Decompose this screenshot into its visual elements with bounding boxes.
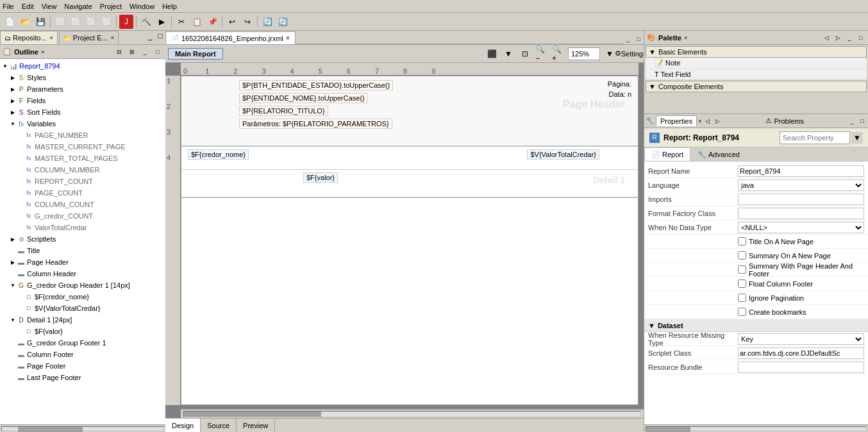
- tree-arrow-variables[interactable]: ▼: [9, 120, 17, 128]
- prop-check-summary-with-header[interactable]: [738, 265, 746, 274]
- tree-item-title[interactable]: ▶ ▬ Title: [0, 245, 165, 256]
- props-minimize[interactable]: _: [847, 117, 856, 126]
- field-relatorio-titulo[interactable]: $P{RELATORIO_TITULO}: [239, 106, 328, 116]
- field-relatorio-parametros[interactable]: Parâmetros: $P{RELATORIO_PARAMETROS}: [239, 119, 392, 129]
- field-pagina[interactable]: Página:: [608, 80, 631, 88]
- tree-item-sortfields[interactable]: ▶ S Sort Fields: [0, 106, 165, 118]
- tree-arrow-group-header[interactable]: ▼: [9, 281, 17, 289]
- prop-check-title-new-page[interactable]: [738, 237, 746, 245]
- zoom-level[interactable]: 125%: [568, 47, 600, 60]
- toolbar-btn-1[interactable]: ⬜: [53, 15, 67, 29]
- tree-arrow-report[interactable]: ▼: [1, 62, 9, 70]
- tree-item-detail[interactable]: ▼ D Detail 1 [24px]: [0, 314, 165, 326]
- minimize-repo[interactable]: _: [145, 31, 155, 41]
- outline-expand-all[interactable]: ⊞: [127, 47, 137, 57]
- tree-item-scriptlets[interactable]: ▶ ⚙ Scriptlets: [0, 233, 165, 245]
- tree-item-valor-total[interactable]: ▶ fx ValorTotalCredar: [0, 222, 165, 233]
- prop-value-title-new-page[interactable]: Title On A New Page: [738, 237, 864, 245]
- tree-item-fields[interactable]: ▶ F Fields: [0, 95, 165, 106]
- zoom-out[interactable]: 🔍−: [535, 47, 549, 61]
- tree-item-last-page-footer[interactable]: ▶ ▬ Last Page Footer: [0, 372, 165, 383]
- prop-input-format-factory[interactable]: [738, 208, 864, 219]
- tree-arrow-detail[interactable]: ▼: [9, 316, 17, 324]
- prop-check-ignore-pagination[interactable]: [738, 294, 746, 302]
- toolbar-paste[interactable]: 📌: [205, 15, 219, 29]
- outline-scrollbar[interactable]: [0, 424, 165, 432]
- prop-value-summary-with-header[interactable]: Summary With Page Header And Footer: [738, 262, 864, 278]
- jasper-icon[interactable]: J: [119, 15, 133, 29]
- palette-minimize[interactable]: _: [845, 33, 854, 42]
- menu-help[interactable]: Help: [162, 3, 177, 10]
- prop-value-resource-bundle[interactable]: [738, 361, 864, 373]
- prop-value-resource-missing[interactable]: Key Error Null Empty: [738, 333, 864, 345]
- open-button[interactable]: 📂: [18, 15, 32, 29]
- toolbar-run[interactable]: ▶: [154, 15, 169, 29]
- editor-tab-close[interactable]: ×: [286, 35, 290, 42]
- tree-arrow-styles[interactable]: ▶: [9, 74, 17, 81]
- toolbar-btn-2[interactable]: ⬜: [69, 15, 83, 29]
- field-credor-nome[interactable]: $F{credor_nome}: [188, 149, 249, 160]
- repository-tab-close[interactable]: ×: [50, 35, 53, 41]
- editor-tab-jrxml[interactable]: 📄 1652208164826_Empenho.jrxml ×: [165, 31, 296, 44]
- search-prop-dropdown[interactable]: ▼: [851, 132, 863, 144]
- props-subtab-report[interactable]: 📄 Report: [644, 147, 690, 161]
- props-close[interactable]: ×: [698, 118, 701, 124]
- editor-maximize[interactable]: □: [633, 34, 644, 44]
- prop-check-create-bookmarks[interactable]: [738, 308, 746, 316]
- props-scroll-track[interactable]: [646, 426, 867, 431]
- tree-item-master-total[interactable]: ▶ fx MASTER_TOTAL_PAGES: [0, 153, 165, 164]
- tree-item-group-header[interactable]: ▼ G G_credor Group Header 1 [14px]: [0, 279, 165, 291]
- new-button[interactable]: 📄: [3, 15, 17, 29]
- props-btn-1[interactable]: ◁: [703, 117, 712, 126]
- prop-select-language[interactable]: java groovy: [738, 179, 864, 191]
- palette-close[interactable]: ×: [684, 35, 687, 41]
- tree-item-page-number[interactable]: ▶ fx PAGE_NUMBER: [0, 129, 165, 141]
- palette-btn-1[interactable]: ◁: [822, 33, 831, 42]
- tree-item-column-footer[interactable]: ▶ ▬ Column Footer: [0, 349, 165, 360]
- tree-arrow-scriptlets[interactable]: ▶: [9, 235, 17, 243]
- tree-item-variables[interactable]: ▼ fx Variables: [0, 118, 165, 129]
- props-scrollbar[interactable]: [644, 424, 868, 432]
- menu-navigate[interactable]: Navigate: [64, 3, 92, 10]
- prop-value-format-factory[interactable]: [738, 208, 864, 219]
- prop-input-resource-bundle[interactable]: [738, 361, 864, 373]
- menu-project[interactable]: Project: [100, 3, 122, 10]
- prop-value-summary-new-page[interactable]: Summary On A New Page: [738, 251, 864, 260]
- tab-design[interactable]: Design: [165, 419, 201, 432]
- tab-source[interactable]: Source: [201, 419, 237, 432]
- tree-item-column-header[interactable]: ▶ ▬ Column Header: [0, 268, 165, 279]
- editor-scroll-thumb[interactable]: [184, 411, 321, 417]
- zoom-icon-1[interactable]: ⬛: [485, 47, 499, 61]
- toolbar-btn-4[interactable]: ⬜: [99, 15, 113, 29]
- tree-item-report[interactable]: ▼ 📊 Report_8794: [0, 60, 165, 72]
- project-tab-close[interactable]: ×: [111, 35, 114, 41]
- prop-select-resource-missing[interactable]: Key Error Null Empty: [738, 333, 864, 345]
- outline-minimize[interactable]: _: [140, 47, 150, 57]
- zoom-fit[interactable]: ⊡: [518, 47, 532, 61]
- toolbar-undo[interactable]: ↩: [225, 15, 239, 29]
- tree-item-valor-total-credor[interactable]: ▶ □ $V{ValorTotalCredar}: [0, 303, 165, 314]
- tree-item-column-number[interactable]: ▶ fx COLUMN_NUMBER: [0, 164, 165, 176]
- toolbar-compile[interactable]: 🔨: [139, 15, 153, 29]
- props-maximize[interactable]: □: [858, 117, 867, 126]
- search-property-input[interactable]: [780, 131, 850, 144]
- tree-item-master-current[interactable]: ▶ fx MASTER_CURRENT_PAGE: [0, 141, 165, 153]
- tree-item-credor-nome[interactable]: ▶ □ $F{credor_nome}: [0, 291, 165, 303]
- tree-item-page-footer[interactable]: ▶ ▬ Page Footer: [0, 360, 165, 372]
- tree-arrow-sortfields[interactable]: ▶: [9, 108, 17, 116]
- toolbar-copy[interactable]: 📋: [190, 15, 204, 29]
- outline-collapse-all[interactable]: ⊟: [114, 47, 124, 57]
- toolbar-refresh-2[interactable]: 🔄: [276, 15, 290, 29]
- tree-arrow-page-header[interactable]: ▶: [9, 258, 17, 266]
- palette-maximize[interactable]: □: [856, 33, 865, 42]
- toolbar-cut[interactable]: ✂: [174, 15, 188, 29]
- tree-item-group-footer[interactable]: ▶ ▬ G_credor Group Footer 1: [0, 337, 165, 349]
- menu-view[interactable]: View: [42, 3, 57, 10]
- zoom-in[interactable]: 🔍+: [551, 47, 565, 61]
- tree-arrow-fields[interactable]: ▶: [9, 97, 17, 104]
- palette-btn-2[interactable]: ▷: [833, 33, 842, 42]
- tree-item-parameters[interactable]: ▶ P Parameters: [0, 83, 165, 95]
- menu-window[interactable]: Window: [129, 3, 154, 10]
- menu-file[interactable]: File: [3, 3, 14, 10]
- project-tab[interactable]: 📁 Project E... ×: [59, 31, 119, 44]
